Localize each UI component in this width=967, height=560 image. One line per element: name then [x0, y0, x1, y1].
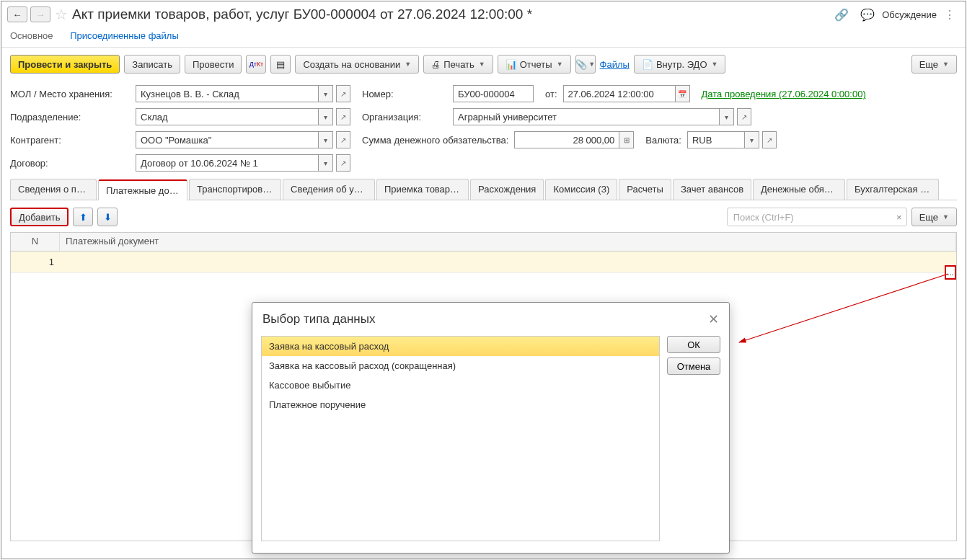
from-label: от:	[545, 89, 557, 99]
edo-button[interactable]: 📄 Внутр. ЭДО▼	[634, 55, 726, 74]
discuss-label[interactable]: Обсуждение	[882, 9, 937, 20]
tab-discrepancies[interactable]: Расхождения	[470, 179, 544, 200]
back-button[interactable]: ←	[7, 6, 27, 22]
search-clear-icon[interactable]: ×	[896, 212, 902, 223]
num-label: Номер:	[362, 89, 447, 99]
contractor-label: Контрагент:	[10, 135, 130, 146]
sum-input[interactable]: 28 000,00	[514, 131, 619, 148]
type-list[interactable]: Заявка на кассовый расход Заявка на касс…	[261, 336, 660, 541]
dt-kt-icon[interactable]: ДтКт	[246, 55, 266, 74]
num-input[interactable]: БУ00-000004	[453, 85, 534, 102]
type-select-dialog: Выбор типа данных ✕ Заявка на кассовый р…	[252, 302, 730, 554]
tab-commission[interactable]: Комиссия (3)	[545, 179, 617, 200]
ellipsis-button[interactable]: ...	[945, 265, 956, 280]
contract-dropdown[interactable]: ▾	[319, 154, 333, 172]
tab-supplier-info[interactable]: Сведения о пост...	[10, 179, 97, 200]
tabs: Сведения о пост... Платежные доку... Тра…	[10, 179, 957, 200]
mol-dropdown[interactable]: ▾	[319, 85, 333, 102]
discuss-icon[interactable]: 💬	[860, 8, 875, 22]
dialog-title: Выбор типа данных	[262, 312, 708, 326]
post-close-button[interactable]: Провести и закрыть	[10, 55, 120, 74]
contract-label: Договор:	[10, 158, 130, 169]
mol-input[interactable]: Кузнецов В. В. - Склад	[136, 85, 319, 102]
create-base-button[interactable]: Создать на основании▼	[295, 55, 419, 74]
contract-open[interactable]: ↗	[336, 154, 350, 172]
forward-button[interactable]: →	[30, 6, 50, 22]
mol-open[interactable]: ↗	[336, 85, 350, 102]
date-input[interactable]: 27.06.2024 12:00:00	[563, 85, 676, 102]
date-link[interactable]: Дата проведения (27.06.2024 0:00:00)	[702, 89, 866, 99]
link-icon[interactable]: 🔗	[834, 8, 849, 22]
currency-open[interactable]: ↗	[762, 131, 777, 148]
sum-label: Сумма денежного обязательства:	[362, 135, 508, 146]
menu-dots-icon[interactable]: ⋮	[944, 8, 955, 22]
nav-main[interactable]: Основное	[10, 30, 53, 41]
navbar: Основное Присоединенные файлы	[1, 27, 966, 48]
search-input[interactable]: Поиск (Ctrl+F) ×	[727, 208, 907, 226]
ok-button[interactable]: ОК	[667, 336, 720, 353]
list-item[interactable]: Заявка на кассовый расход	[262, 337, 659, 356]
tab-goods-accept[interactable]: Приемка товаров...	[376, 179, 469, 200]
doc-icon[interactable]: ▤	[270, 55, 291, 74]
page-title: Акт приемки товаров, работ, услуг БУ00-0…	[72, 6, 827, 22]
move-down-icon[interactable]: ⬇	[97, 208, 118, 226]
date-calendar[interactable]: 📅	[676, 85, 690, 102]
list-item[interactable]: Заявка на кассовый расход (сокращенная)	[262, 356, 659, 375]
files-link[interactable]: Файлы	[600, 59, 630, 70]
cancel-button[interactable]: Отмена	[667, 357, 720, 375]
tab-transport[interactable]: Транспортировка ...	[189, 179, 281, 200]
more-button-sub[interactable]: Еще▼	[911, 208, 957, 226]
tab-advances[interactable]: Зачет авансов	[673, 179, 751, 200]
sum-calc[interactable]: ⊞	[619, 131, 634, 148]
favorite-star-icon[interactable]: ☆	[55, 6, 68, 23]
contract-input[interactable]: Договор от 10.06.2024 № 1	[136, 154, 319, 172]
tab-packing[interactable]: Сведения об упа...	[283, 179, 375, 200]
save-button[interactable]: Записать	[124, 55, 180, 74]
tab-obligations[interactable]: Денежные обязат...	[753, 179, 845, 200]
contractor-input[interactable]: ООО "Ромашка"	[136, 131, 319, 148]
dept-input[interactable]: Склад	[136, 108, 319, 125]
more-button[interactable]: Еще▼	[911, 55, 957, 74]
dept-dropdown[interactable]: ▾	[319, 108, 333, 125]
post-button[interactable]: Провести	[185, 55, 242, 74]
contractor-dropdown[interactable]: ▾	[319, 131, 333, 148]
th-n: N	[11, 233, 60, 251]
currency-dropdown[interactable]: ▾	[745, 131, 759, 148]
contractor-open[interactable]: ↗	[336, 131, 350, 148]
org-dropdown[interactable]: ▾	[720, 108, 734, 125]
table-row[interactable]: 1 ...	[11, 252, 956, 273]
org-label: Организация:	[362, 112, 447, 123]
org-open[interactable]: ↗	[737, 108, 751, 125]
nav-files[interactable]: Присоединенные файлы	[70, 30, 179, 41]
reports-button[interactable]: 📊 Отчеты▼	[498, 55, 571, 74]
dept-open[interactable]: ↗	[336, 108, 350, 125]
list-item[interactable]: Кассовое выбытие	[262, 375, 659, 395]
print-button[interactable]: 🖨 Печать▼	[423, 55, 493, 74]
list-item[interactable]: Платежное поручение	[262, 395, 659, 414]
add-button[interactable]: Добавить	[10, 208, 69, 226]
tab-calculations[interactable]: Расчеты	[619, 179, 671, 200]
titlebar: ← → ☆ Акт приемки товаров, работ, услуг …	[1, 1, 966, 27]
th-doc: Платежный документ	[60, 233, 956, 251]
dialog-close-icon[interactable]: ✕	[708, 311, 719, 327]
mol-label: МОЛ / Место хранения:	[10, 89, 130, 99]
cell-n: 1	[11, 257, 60, 267]
subtoolbar: Добавить ⬆ ⬇ Поиск (Ctrl+F) × Еще▼	[1, 202, 966, 232]
attach-icon[interactable]: 📎▼	[575, 55, 596, 74]
tab-payment-docs[interactable]: Платежные доку...	[98, 179, 187, 200]
main-toolbar: Провести и закрыть Записать Провести ДтК…	[1, 48, 966, 81]
dept-label: Подразделение:	[10, 112, 130, 123]
currency-input[interactable]: RUB	[687, 131, 745, 148]
tab-accounting-op[interactable]: Бухгалтерская оп...	[847, 179, 939, 200]
org-input[interactable]: Аграрный университет	[453, 108, 720, 125]
move-up-icon[interactable]: ⬆	[73, 208, 93, 226]
form-area: МОЛ / Место хранения: Кузнецов В. В. - С…	[1, 81, 966, 202]
currency-label: Валюта:	[645, 135, 681, 146]
